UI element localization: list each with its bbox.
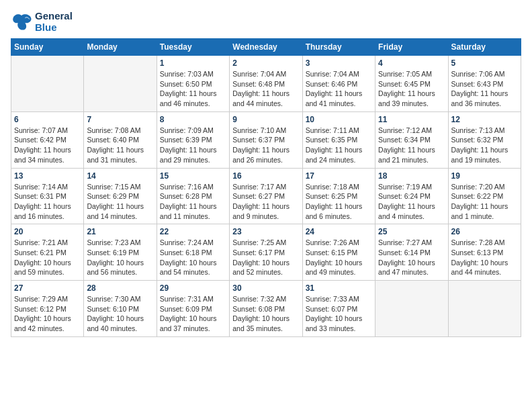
calendar-cell: 19Sunrise: 7:20 AM Sunset: 6:22 PM Dayli… [448, 168, 521, 224]
day-number: 27 [14, 283, 81, 293]
day-info: Sunrise: 7:15 AM Sunset: 6:29 PM Dayligh… [87, 182, 153, 222]
day-number: 3 [306, 58, 372, 68]
calendar-cell: 22Sunrise: 7:24 AM Sunset: 6:18 PM Dayli… [157, 224, 229, 281]
day-info: Sunrise: 7:13 AM Sunset: 6:32 PM Dayligh… [451, 126, 518, 165]
weekday-header-monday: Monday [84, 39, 157, 56]
day-number: 12 [451, 115, 518, 124]
day-number: 1 [160, 58, 226, 68]
day-info: Sunrise: 7:05 AM Sunset: 6:45 PM Dayligh… [378, 69, 445, 109]
calendar-cell: 18Sunrise: 7:19 AM Sunset: 6:24 PM Dayli… [375, 168, 448, 224]
calendar-week-row-2: 6Sunrise: 7:07 AM Sunset: 6:42 PM Daylig… [11, 111, 521, 168]
day-number: 22 [160, 227, 226, 236]
day-info: Sunrise: 7:09 AM Sunset: 6:39 PM Dayligh… [160, 126, 226, 165]
day-number: 23 [232, 227, 299, 236]
day-info: Sunrise: 7:12 AM Sunset: 6:34 PM Dayligh… [378, 126, 445, 165]
day-number: 20 [14, 227, 81, 236]
calendar-cell: 7Sunrise: 7:08 AM Sunset: 6:40 PM Daylig… [84, 111, 157, 168]
day-number: 2 [232, 58, 299, 68]
calendar-week-row-4: 20Sunrise: 7:21 AM Sunset: 6:21 PM Dayli… [11, 224, 521, 281]
calendar-cell: 12Sunrise: 7:13 AM Sunset: 6:32 PM Dayli… [448, 111, 521, 168]
day-number: 9 [232, 115, 299, 124]
day-info: Sunrise: 7:04 AM Sunset: 6:48 PM Dayligh… [232, 69, 299, 109]
day-info: Sunrise: 7:28 AM Sunset: 6:13 PM Dayligh… [451, 238, 518, 277]
day-number: 5 [451, 58, 518, 68]
calendar-table: SundayMondayTuesdayWednesdayThursdayFrid… [11, 38, 521, 337]
day-number: 30 [232, 283, 299, 293]
day-info: Sunrise: 7:33 AM Sunset: 6:07 PM Dayligh… [306, 294, 372, 334]
calendar-cell: 4Sunrise: 7:05 AM Sunset: 6:45 PM Daylig… [375, 56, 448, 112]
calendar-cell: 17Sunrise: 7:18 AM Sunset: 6:25 PM Dayli… [302, 168, 375, 224]
calendar-cell: 13Sunrise: 7:14 AM Sunset: 6:31 PM Dayli… [11, 168, 84, 224]
day-info: Sunrise: 7:14 AM Sunset: 6:31 PM Dayligh… [14, 182, 81, 222]
calendar-cell [11, 56, 84, 112]
day-info: Sunrise: 7:26 AM Sunset: 6:15 PM Dayligh… [306, 238, 372, 277]
day-info: Sunrise: 7:07 AM Sunset: 6:42 PM Dayligh… [14, 126, 81, 165]
day-info: Sunrise: 7:17 AM Sunset: 6:27 PM Dayligh… [232, 182, 299, 222]
calendar-cell: 31Sunrise: 7:33 AM Sunset: 6:07 PM Dayli… [302, 281, 375, 337]
day-info: Sunrise: 7:16 AM Sunset: 6:28 PM Dayligh… [160, 182, 226, 222]
calendar-cell: 26Sunrise: 7:28 AM Sunset: 6:13 PM Dayli… [448, 224, 521, 281]
calendar-cell: 11Sunrise: 7:12 AM Sunset: 6:34 PM Dayli… [375, 111, 448, 168]
day-info: Sunrise: 7:32 AM Sunset: 6:08 PM Dayligh… [232, 294, 299, 334]
calendar-cell [448, 281, 521, 337]
logo: General Blue [11, 11, 73, 33]
day-number: 24 [306, 227, 372, 236]
day-info: Sunrise: 7:30 AM Sunset: 6:10 PM Dayligh… [87, 294, 153, 334]
calendar-cell: 15Sunrise: 7:16 AM Sunset: 6:28 PM Dayli… [157, 168, 229, 224]
calendar-cell: 1Sunrise: 7:03 AM Sunset: 6:50 PM Daylig… [157, 56, 229, 112]
weekday-header-sunday: Sunday [11, 39, 84, 56]
day-info: Sunrise: 7:11 AM Sunset: 6:35 PM Dayligh… [306, 126, 372, 165]
day-info: Sunrise: 7:04 AM Sunset: 6:46 PM Dayligh… [306, 69, 372, 109]
day-info: Sunrise: 7:18 AM Sunset: 6:25 PM Dayligh… [306, 182, 372, 222]
calendar-cell: 29Sunrise: 7:31 AM Sunset: 6:09 PM Dayli… [157, 281, 229, 337]
day-number: 28 [87, 283, 153, 293]
logo-text: General Blue [35, 11, 73, 33]
calendar-cell: 8Sunrise: 7:09 AM Sunset: 6:39 PM Daylig… [157, 111, 229, 168]
calendar-week-row-1: 1Sunrise: 7:03 AM Sunset: 6:50 PM Daylig… [11, 56, 521, 112]
day-info: Sunrise: 7:21 AM Sunset: 6:21 PM Dayligh… [14, 238, 81, 277]
calendar-cell: 30Sunrise: 7:32 AM Sunset: 6:08 PM Dayli… [230, 281, 302, 337]
day-info: Sunrise: 7:19 AM Sunset: 6:24 PM Dayligh… [378, 182, 445, 222]
day-number: 11 [378, 115, 445, 124]
day-number: 25 [378, 227, 445, 236]
day-number: 19 [451, 171, 518, 181]
day-number: 14 [87, 171, 153, 181]
day-info: Sunrise: 7:08 AM Sunset: 6:40 PM Dayligh… [87, 126, 153, 165]
day-info: Sunrise: 7:24 AM Sunset: 6:18 PM Dayligh… [160, 238, 226, 277]
weekday-header-friday: Friday [375, 39, 448, 56]
page-header: General Blue [11, 11, 521, 33]
day-info: Sunrise: 7:25 AM Sunset: 6:17 PM Dayligh… [232, 238, 299, 277]
calendar-cell: 20Sunrise: 7:21 AM Sunset: 6:21 PM Dayli… [11, 224, 84, 281]
logo-icon [11, 13, 32, 32]
calendar-cell: 14Sunrise: 7:15 AM Sunset: 6:29 PM Dayli… [84, 168, 157, 224]
day-info: Sunrise: 7:20 AM Sunset: 6:22 PM Dayligh… [451, 182, 518, 222]
day-number: 4 [378, 58, 445, 68]
calendar-cell: 25Sunrise: 7:27 AM Sunset: 6:14 PM Dayli… [375, 224, 448, 281]
weekday-header-row: SundayMondayTuesdayWednesdayThursdayFrid… [11, 39, 521, 56]
calendar-cell: 23Sunrise: 7:25 AM Sunset: 6:17 PM Dayli… [230, 224, 302, 281]
day-number: 6 [14, 115, 81, 124]
calendar-cell: 21Sunrise: 7:23 AM Sunset: 6:19 PM Dayli… [84, 224, 157, 281]
day-number: 16 [232, 171, 299, 181]
calendar-cell [84, 56, 157, 112]
day-info: Sunrise: 7:10 AM Sunset: 6:37 PM Dayligh… [232, 126, 299, 165]
calendar-cell: 3Sunrise: 7:04 AM Sunset: 6:46 PM Daylig… [302, 56, 375, 112]
weekday-header-thursday: Thursday [302, 39, 375, 56]
day-number: 7 [87, 115, 153, 124]
calendar-week-row-3: 13Sunrise: 7:14 AM Sunset: 6:31 PM Dayli… [11, 168, 521, 224]
day-number: 31 [306, 283, 372, 293]
day-number: 18 [378, 171, 445, 181]
day-info: Sunrise: 7:31 AM Sunset: 6:09 PM Dayligh… [160, 294, 226, 334]
day-number: 17 [306, 171, 372, 181]
calendar-cell: 16Sunrise: 7:17 AM Sunset: 6:27 PM Dayli… [230, 168, 302, 224]
day-number: 21 [87, 227, 153, 236]
day-number: 15 [160, 171, 226, 181]
calendar-cell: 6Sunrise: 7:07 AM Sunset: 6:42 PM Daylig… [11, 111, 84, 168]
calendar-cell: 28Sunrise: 7:30 AM Sunset: 6:10 PM Dayli… [84, 281, 157, 337]
calendar-cell: 2Sunrise: 7:04 AM Sunset: 6:48 PM Daylig… [230, 56, 302, 112]
day-number: 10 [306, 115, 372, 124]
calendar-week-row-5: 27Sunrise: 7:29 AM Sunset: 6:12 PM Dayli… [11, 281, 521, 337]
day-info: Sunrise: 7:23 AM Sunset: 6:19 PM Dayligh… [87, 238, 153, 277]
calendar-cell: 10Sunrise: 7:11 AM Sunset: 6:35 PM Dayli… [302, 111, 375, 168]
day-info: Sunrise: 7:27 AM Sunset: 6:14 PM Dayligh… [378, 238, 445, 277]
